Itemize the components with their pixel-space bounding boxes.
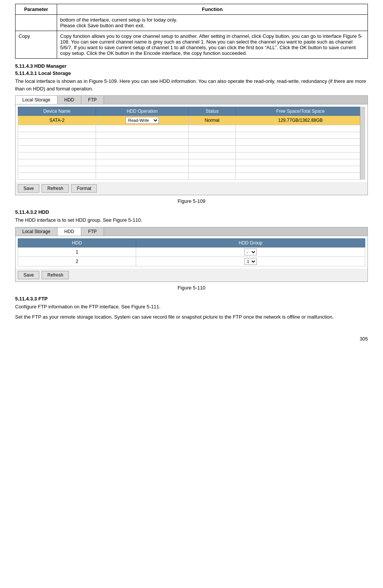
cell-group-1: - 1 2 <box>136 247 365 257</box>
hdd-text: The HDD interface is to set HDD group. S… <box>15 216 368 224</box>
tab2-hdd[interactable]: HDD <box>57 227 81 236</box>
hdd-manager-heading: 5.11.4.3 HDD Manager <box>15 63 368 69</box>
panel1-scroll-area: Device Name HDD Operation Status Free Sp… <box>18 107 365 180</box>
panel1-scrollbar[interactable] <box>360 107 365 180</box>
table-row-empty <box>18 139 365 146</box>
table-cell-function-1: Copy function allows you to copy one cha… <box>57 31 368 59</box>
refresh-button-2[interactable]: Refresh <box>42 271 69 279</box>
tab-local-storage[interactable]: Local Storage <box>16 96 57 104</box>
hdd-operation-select[interactable]: Read-Write Read-Only Redundancy <box>126 117 159 124</box>
hdd-panel: Local Storage HDD FTP HDD HDD Group 1 - … <box>15 227 368 282</box>
table-header-function: Function <box>57 4 368 15</box>
panel2-hdd-table: HDD HDD Group 1 - 1 2 2 <box>18 238 365 266</box>
panel2-buttons: Save Refresh <box>16 269 367 282</box>
table-row-empty <box>18 125 365 132</box>
table-row-empty <box>18 132 365 139</box>
tab2-local-storage[interactable]: Local Storage <box>16 227 57 236</box>
page-number: 305 <box>15 336 368 342</box>
table-header-parameter: Parameter <box>16 4 57 15</box>
tab-hdd[interactable]: HDD <box>57 96 81 104</box>
figure-110-caption: Figure 5-110 <box>15 285 368 291</box>
col-status: Status <box>188 107 236 116</box>
table-row: bottom of the interface, current setup i… <box>16 15 368 31</box>
save-button-2[interactable]: Save <box>18 271 39 279</box>
table-row: Copy Copy function allows you to copy on… <box>16 31 368 59</box>
figure-109-caption: Figure 5-109 <box>15 198 368 204</box>
save-button[interactable]: Save <box>18 184 39 193</box>
table-cell-param-1: Copy <box>16 31 57 59</box>
local-storage-panel: Local Storage HDD FTP Device Name HDD Op… <box>15 95 368 195</box>
ftp-text2: Set the FTP as your remote storage locat… <box>15 313 368 321</box>
table-row-empty <box>18 166 365 173</box>
tab-ftp[interactable]: FTP <box>81 96 104 104</box>
hdd-heading: 5.11.4.3.2 HDD <box>15 209 368 215</box>
format-button[interactable]: Format <box>71 184 97 193</box>
hdd-group-select-1[interactable]: - 1 2 <box>244 249 257 255</box>
panel2-content: HDD HDD Group 1 - 1 2 2 <box>16 236 367 269</box>
col-hdd-group: HDD Group <box>136 238 365 247</box>
cell-operation: Read-Write Read-Only Redundancy <box>96 116 189 125</box>
cell-group-2: 1 - 2 <box>136 257 365 266</box>
table-row-empty <box>18 173 365 180</box>
panel1-hdd-table: Device Name HDD Operation Status Free Sp… <box>18 107 365 180</box>
refresh-button[interactable]: Refresh <box>42 184 69 193</box>
col-hdd-operation: HDD Operation <box>96 107 189 116</box>
table-row-empty <box>18 152 365 159</box>
ftp-heading: 5.11.4.3.3 FTP <box>15 296 368 302</box>
table-cell-function-0: bottom of the interface, current setup i… <box>57 15 368 31</box>
table-cell-param-0 <box>16 15 57 31</box>
table-row: SATA-2 Read-Write Read-Only Redundancy N… <box>18 116 365 125</box>
panel1-content: Device Name HDD Operation Status Free Sp… <box>16 104 367 182</box>
table-row-empty <box>18 146 365 152</box>
table-row-empty <box>18 159 365 166</box>
table-row: 1 - 1 2 <box>18 247 365 257</box>
col-device-name: Device Name <box>18 107 96 116</box>
col-hdd: HDD <box>18 238 136 247</box>
cell-space: 129.77GB/1362.88GB <box>236 116 365 125</box>
hdd-group-select-2[interactable]: 1 - 2 <box>244 258 257 265</box>
local-storage-text: The local interface is shown as in Figur… <box>15 78 368 92</box>
parameter-function-table: Parameter Function bottom of the interfa… <box>15 4 368 59</box>
cell-device: SATA-2 <box>18 116 96 125</box>
panel2-tab-bar: Local Storage HDD FTP <box>16 227 367 236</box>
cell-status: Normal <box>188 116 236 125</box>
panel1-tab-bar: Local Storage HDD FTP <box>16 96 367 104</box>
tab2-ftp[interactable]: FTP <box>81 227 104 236</box>
panel1-buttons: Save Refresh Format <box>16 182 367 195</box>
table-row: 2 1 - 2 <box>18 257 365 266</box>
col-free-space: Free Space/Total Space <box>236 107 365 116</box>
cell-hdd-2: 2 <box>18 257 136 266</box>
ftp-text1: Configure FTP information on the FTP int… <box>15 303 368 311</box>
local-storage-heading: 5.11.4.3.1 Local Storage <box>15 70 368 76</box>
cell-hdd-1: 1 <box>18 247 136 257</box>
